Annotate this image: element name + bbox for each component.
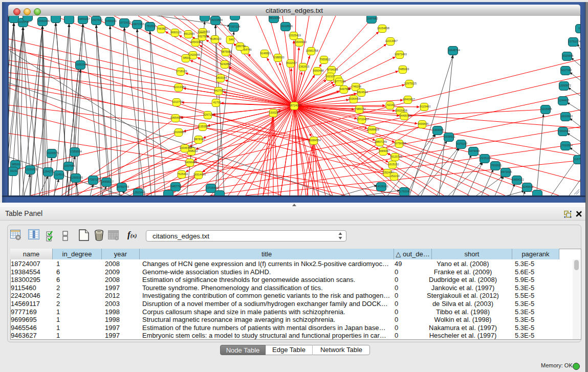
svg-text:19654982: 19654982 [170,116,183,119]
svg-text:3875685: 3875685 [221,50,232,53]
svg-text:9699695: 9699695 [418,122,428,125]
svg-text:10654122: 10654122 [512,178,524,181]
svg-text:17010504: 17010504 [560,144,573,147]
svg-text:18724007: 18724007 [289,104,301,107]
svg-text:3267130: 3267130 [203,113,214,116]
svg-text:9660123: 9660123 [170,31,181,34]
svg-text:2718129: 2718129 [176,70,187,73]
svg-text:2803144: 2803144 [216,76,227,79]
svg-text:8813054: 8813054 [269,16,280,19]
svg-text:16914479: 16914479 [193,173,206,176]
svg-text:1300297: 1300297 [269,111,279,114]
svg-text:9115460: 9115460 [420,105,431,108]
svg-text:10210643: 10210643 [560,115,573,118]
svg-text:1793342: 1793342 [400,190,410,193]
svg-text:10782759: 10782759 [117,185,129,188]
svg-text:546: 546 [229,38,233,41]
svg-text:1615132: 1615132 [388,163,399,166]
svg-text:98901: 98901 [183,56,190,59]
svg-text:7357224: 7357224 [229,25,240,28]
svg-text:1388520: 1388520 [273,56,284,59]
svg-text:12505185: 12505185 [71,176,83,179]
svg-text:12213967: 12213967 [385,39,398,42]
svg-text:9990448: 9990448 [313,69,323,72]
svg-text:7625402: 7625402 [177,172,188,176]
svg-text:18807249: 18807249 [375,140,387,143]
svg-text:17359934: 17359934 [70,150,82,153]
svg-text:1010755: 1010755 [172,100,183,103]
svg-text:13325419: 13325419 [289,34,301,37]
svg-text:18463627: 18463627 [403,98,415,101]
svg-text:5938921: 5938921 [444,135,455,138]
svg-text:1527602: 1527602 [92,18,102,21]
svg-text:12923446: 12923446 [133,191,145,194]
svg-text:985001: 985001 [12,163,21,166]
svg-text:8878342: 8878342 [194,138,205,141]
svg-text:10756928: 10756928 [394,142,406,145]
svg-text:9327505: 9327505 [198,35,208,38]
svg-text:8427552: 8427552 [214,89,225,92]
svg-text:7632621: 7632621 [491,164,502,167]
svg-text:9146821: 9146821 [260,52,271,55]
svg-text:16154838: 16154838 [377,27,389,30]
svg-text:12975125: 12975125 [404,82,417,85]
svg-text:12213382: 12213382 [173,85,186,89]
svg-text:7663822: 7663822 [157,27,167,30]
svg-text:9329966: 9329966 [562,54,573,57]
svg-text:10688609: 10688609 [367,128,379,131]
svg-text:20206576: 20206576 [47,151,59,155]
svg-text:751552: 751552 [146,25,156,28]
svg-text:1112: 1112 [578,27,584,30]
svg-text:15751074: 15751074 [568,40,580,43]
svg-text:41700: 41700 [213,101,221,104]
svg-text:286760: 286760 [236,45,246,48]
svg-text:19166825: 19166825 [173,130,186,134]
svg-text:20091406: 20091406 [37,19,50,23]
svg-text:20053346: 20053346 [75,63,88,66]
svg-text:9474444: 9474444 [469,149,480,152]
svg-text:114519: 114519 [55,173,64,176]
svg-text:19218506: 19218506 [280,25,293,28]
svg-text:7955812: 7955812 [319,58,330,61]
svg-text:10025438: 10025438 [395,109,407,112]
svg-text:10046788: 10046788 [180,146,192,149]
svg-text:1167533: 1167533 [574,158,585,161]
svg-text:9794028: 9794028 [327,68,338,71]
svg-text:14099489: 14099489 [185,161,197,164]
svg-text:7485003: 7485003 [398,68,409,71]
svg-text:15720407: 15720407 [357,118,369,121]
svg-text:14495756: 14495756 [399,114,411,117]
svg-text:16671355: 16671355 [132,23,144,26]
svg-text:6379197: 6379197 [456,142,467,145]
svg-text:7986372: 7986372 [355,107,365,111]
svg-text:16033809: 16033809 [210,18,223,21]
svg-text:13716485: 13716485 [206,186,218,189]
svg-text:3215955: 3215955 [541,107,552,111]
svg-text:3824514: 3824514 [357,91,367,94]
svg-text:9684067: 9684067 [379,149,389,152]
svg-text:9457791: 9457791 [171,185,182,188]
svg-text:746206: 746206 [352,85,361,88]
svg-text:1244415: 1244415 [558,99,569,102]
svg-text:13640910: 13640910 [294,40,307,43]
svg-text:8471626: 8471626 [501,170,512,173]
svg-text:20364436: 20364436 [349,97,361,100]
svg-text:9227342: 9227342 [561,69,572,72]
svg-text:12156829: 12156829 [25,168,37,171]
svg-text:9777169: 9777169 [335,80,345,83]
svg-text:17357255: 17357255 [88,178,100,181]
svg-text:12942757: 12942757 [43,170,55,173]
svg-text:62160: 62160 [387,103,395,106]
svg-text:8186323: 8186323 [210,37,221,40]
svg-text:39151: 39151 [10,169,17,172]
svg-text:8912955: 8912955 [184,32,194,35]
svg-text:6466160: 6466160 [105,19,116,23]
svg-text:16648784: 16648784 [448,49,460,52]
svg-text:12093872: 12093872 [559,84,571,87]
svg-text:1362615: 1362615 [298,65,309,68]
svg-text:2935114: 2935114 [481,157,491,160]
svg-text:6497568: 6497568 [339,87,350,91]
svg-text:9242848: 9242848 [220,62,231,65]
svg-text:14958117: 14958117 [101,180,114,183]
svg-text:16120746: 16120746 [390,155,402,158]
